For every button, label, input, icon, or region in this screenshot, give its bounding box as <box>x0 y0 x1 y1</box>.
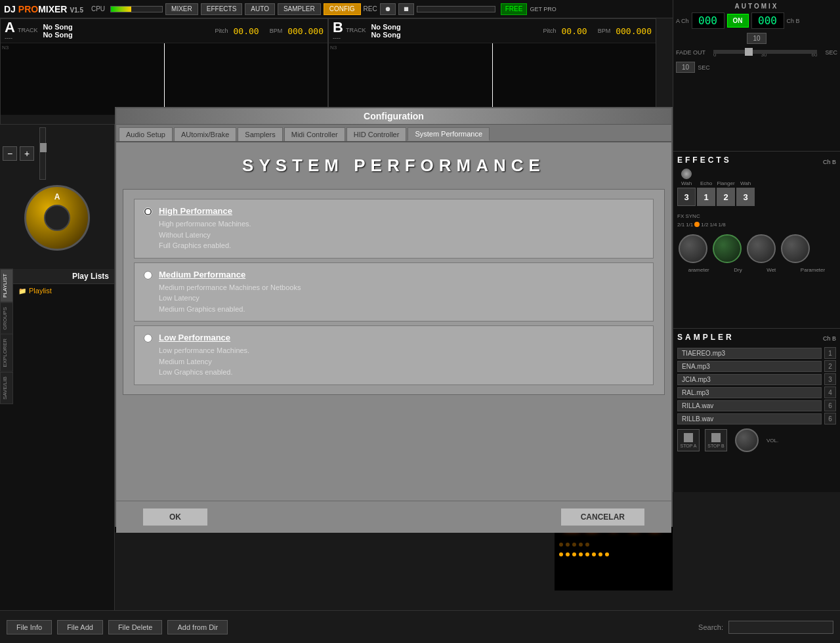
svg-point-11 <box>585 552 589 556</box>
fx-wah2-btn[interactable]: 3 <box>736 188 755 206</box>
tab-midi[interactable]: Midi Controller <box>284 127 345 141</box>
sampler-name-2[interactable]: ENA.mp3 <box>677 361 822 372</box>
stop-a-icon <box>684 433 693 442</box>
sampler-num-2: 2 <box>824 360 836 372</box>
search-input[interactable] <box>728 621 833 634</box>
effects-btn[interactable]: EFFECTS <box>201 3 243 15</box>
deck-b-bpm-label: BPM <box>598 28 611 34</box>
perf-radio-high[interactable] <box>144 207 152 216</box>
fx-left-group: Wah 3 <box>677 169 696 206</box>
deck-b-letter: B <box>333 20 343 35</box>
sampler-name-6[interactable]: RILLB.wav <box>677 413 822 425</box>
auto-btn[interactable]: AUTO <box>245 3 275 15</box>
add-from-dir-btn[interactable]: Add from Dir <box>167 620 228 634</box>
logo-pro: PRO <box>18 4 38 14</box>
search-label: Search: <box>698 623 723 631</box>
fade-slider[interactable] <box>713 50 817 54</box>
stop-b-btn[interactable]: STOP B <box>705 429 727 451</box>
fx-dot-active[interactable] <box>694 222 700 227</box>
cpu-label: CPU <box>91 5 105 12</box>
deck-b-track-label: TRACK <box>346 27 366 33</box>
sampler-header: SAMPLER Ch B <box>677 333 836 344</box>
deck-b-song1: No Song <box>371 23 400 31</box>
sampler-btn[interactable]: SAMPLER <box>278 3 321 15</box>
sampler-name-3[interactable]: JCIA.mp3 <box>677 374 822 385</box>
get-pro-label: GET PRO <box>530 6 556 12</box>
tab-samplers[interactable]: Samplers <box>238 127 282 141</box>
config-dialog: Configuration Audio Setup AUtomix/Brake … <box>115 107 673 527</box>
sampler-track-4: RAL.mp3 4 <box>677 386 836 398</box>
sampler-name-4[interactable]: RAL.mp3 <box>677 387 822 398</box>
mixer-btn[interactable]: MIXER <box>165 3 198 15</box>
tab-hid[interactable]: HID Controller <box>346 127 407 141</box>
cancel-btn[interactable]: CANCELAR <box>560 508 645 526</box>
deck-a-waveform: N3 <box>1 43 327 115</box>
fx-wah2-label: Wah <box>740 180 751 186</box>
sync-val-1: 1/1 <box>686 222 693 228</box>
perf-high-desc1: High performance Machines. <box>159 220 251 228</box>
rec-btn2[interactable]: ⏹ <box>398 3 414 15</box>
on-off-btn[interactable]: ON <box>727 14 749 28</box>
deck-a-header: A TRACK ---- No Song No Song Pitch 00.00… <box>1 19 327 43</box>
stop-a-label: STOP A <box>680 444 696 448</box>
fx-knob-dry[interactable] <box>713 234 742 263</box>
perf-radio-low[interactable] <box>144 334 152 342</box>
plus-btn[interactable]: + <box>20 146 34 161</box>
fx-knob-parameter[interactable] <box>781 234 810 263</box>
sampler-name-5[interactable]: RILLA.wav <box>677 400 822 411</box>
file-info-btn[interactable]: File Info <box>7 620 52 634</box>
v-slider[interactable] <box>39 127 46 180</box>
stop-b-icon <box>711 433 721 442</box>
rec-level-bar <box>417 6 495 12</box>
tab-groups[interactable]: GROUPS <box>0 302 13 335</box>
fx-flanger-btn[interactable]: 2 <box>717 188 735 206</box>
tab-audio-setup[interactable]: Audio Setup <box>119 127 173 141</box>
file-delete-btn[interactable]: File Delete <box>108 620 163 634</box>
playlist-item[interactable]: 📁 Playlist <box>13 284 114 297</box>
fx-knob-wet[interactable] <box>747 234 776 263</box>
sec10-btn[interactable]: 10 <box>747 33 766 44</box>
fade-slider-handle[interactable] <box>745 48 753 56</box>
playlist-title: Play Lists <box>13 269 114 284</box>
tab-sys-perf[interactable]: System Performance <box>408 127 490 141</box>
minus-btn[interactable]: − <box>3 146 17 161</box>
stop-a-btn[interactable]: STOP A <box>677 429 700 451</box>
logo-mixer: MIXER <box>38 4 67 14</box>
ctrl-row: − + <box>0 125 114 182</box>
vol-label: VOL. <box>766 438 778 444</box>
fade-slider-area: 0 30 60 <box>708 47 822 58</box>
perf-radio-medium[interactable] <box>144 271 152 280</box>
file-add-btn[interactable]: File Add <box>57 620 103 634</box>
free-btn[interactable]: FREE <box>501 3 528 15</box>
fx-knob-param[interactable] <box>679 234 707 263</box>
main-knob[interactable]: A <box>24 185 90 251</box>
fx-wah-btn[interactable]: 3 <box>677 188 696 206</box>
sampler-num-1: 1 <box>824 347 836 359</box>
svg-point-5 <box>579 543 583 547</box>
dialog-tabs: Audio Setup AUtomix/Brake Samplers Midi … <box>116 125 671 142</box>
dialog-buttons: OK CANCELAR <box>116 501 671 533</box>
config-btn[interactable]: CONFIG <box>324 3 361 15</box>
perf-high-desc2: Without Latency <box>159 231 211 239</box>
tab-playlist[interactable]: PLAYLIST <box>0 269 13 302</box>
sampler-num-6: 6 <box>824 413 836 425</box>
svg-point-8 <box>566 552 570 556</box>
rec-btn[interactable]: ⏺ <box>380 3 396 15</box>
fx-wah-label: Wah <box>681 180 692 186</box>
fx-echo-btn[interactable]: 1 <box>697 188 715 206</box>
perf-low-label: Low Performance <box>159 333 249 342</box>
tab-automix-brake[interactable]: AUtomix/Brake <box>174 127 236 141</box>
automix-digit-b: 000 <box>751 12 784 29</box>
playlist-item-label: Playlist <box>29 287 52 295</box>
effects-title: EFFECTS <box>677 156 732 165</box>
ok-btn[interactable]: OK <box>142 508 208 526</box>
tab-savelib[interactable]: SAVE/LIB <box>0 372 13 404</box>
fx-sync-area: FX SYNC 2/1 1/1 1/2 1/4 1/8 <box>677 209 836 228</box>
vol-knob[interactable] <box>735 428 759 452</box>
sampler-track-5: RILLA.wav 6 <box>677 400 836 411</box>
tab-explorer[interactable]: EXPLORER <box>0 334 13 372</box>
deck-a-bpm-label: BPM <box>270 28 283 34</box>
sec10-btn2[interactable]: 10 <box>676 62 695 73</box>
sampler-num-5: 6 <box>824 400 836 411</box>
sampler-name-1[interactable]: TIAEREO.mp3 <box>677 348 822 359</box>
